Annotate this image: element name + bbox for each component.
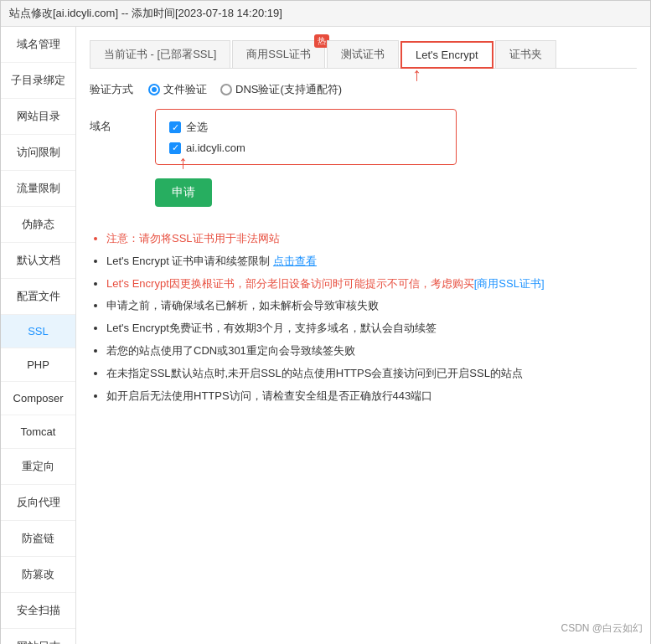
sidebar-item-6[interactable]: 默认文档	[1, 243, 75, 279]
domain-box: ✓ 全选 ✓ ai.idcyli.com	[155, 109, 457, 165]
notes-list: 注意：请勿将SSL证书用于非法网站Let's Encrypt 证书申请和续签限制…	[90, 230, 637, 404]
radio-file-verify[interactable]: 文件验证	[148, 82, 207, 97]
tabs-bar: 当前证书 - [已部署SSL]商用SSL证书热测试证书Let's Encrypt…	[90, 40, 637, 69]
sidebar-item-0[interactable]: 域名管理	[1, 27, 75, 63]
arrow-to-tab-icon: ↑	[412, 65, 421, 84]
tab-4[interactable]: 证书夹	[495, 40, 556, 68]
sidebar-item-8[interactable]: SSL	[1, 315, 75, 348]
sidebar-item-11[interactable]: Tomcat	[1, 415, 75, 449]
domain-label: 域名	[90, 109, 148, 134]
tab-0[interactable]: 当前证书 - [已部署SSL]	[90, 40, 230, 68]
note-item-5: 若您的站点使用了CDN或301重定向会导致续签失败	[106, 343, 637, 360]
sidebar-item-2[interactable]: 网站目录	[1, 99, 75, 135]
radio-dot-file	[148, 84, 160, 95]
sidebar-item-4[interactable]: 流量限制	[1, 171, 75, 207]
sidebar-item-16[interactable]: 安全扫描	[1, 593, 75, 629]
select-all-checkbox[interactable]: ✓	[169, 121, 181, 133]
sidebar-item-3[interactable]: 访问限制	[1, 135, 75, 171]
radio-dns-verify[interactable]: DNS验证(支持通配符)	[220, 82, 342, 97]
verify-radio-group: 文件验证 DNS验证(支持通配符)	[148, 82, 342, 97]
domain-select-all-row: ✓ 全选	[169, 120, 442, 135]
note-item-1: Let's Encrypt 证书申请和续签限制 点击查看	[106, 253, 637, 270]
note-item-6: 在未指定SSL默认站点时,未开启SSL的站点使用HTTPS会直接访问到已开启SS…	[106, 365, 637, 383]
verify-row: 验证方式 文件验证 DNS验证(支持通配符)	[90, 82, 637, 97]
note-item-0: 注意：请勿将SSL证书用于非法网站	[106, 230, 637, 248]
select-all-label: 全选	[186, 120, 208, 135]
submit-button[interactable]: 申请	[155, 178, 212, 207]
main-window: 站点修改[ai.idcyli.com] -- 添加时间[2023-07-18 1…	[0, 0, 651, 644]
sidebar-item-14[interactable]: 防盗链	[1, 521, 75, 557]
sidebar-item-5[interactable]: 伪静态	[1, 207, 75, 243]
radio-dot-dns	[220, 84, 232, 95]
sidebar-item-7[interactable]: 配置文件	[1, 279, 75, 315]
note-item-3: 申请之前，请确保域名已解析，如未解析会导致审核失败	[106, 297, 637, 315]
sidebar: 域名管理子目录绑定网站目录访问限制流量限制伪静态默认文档配置文件SSLPHPCo…	[1, 27, 76, 644]
sidebar-item-17[interactable]: 网站日志	[1, 629, 75, 644]
verify-label: 验证方式	[90, 82, 148, 97]
sidebar-item-13[interactable]: 反向代理	[1, 485, 75, 521]
sidebar-item-9[interactable]: PHP	[1, 348, 75, 382]
note-item-2: Let's Encrypt因更换根证书，部分老旧设备访问时可能提示不可信，考虑购…	[106, 276, 637, 293]
domain-section: 域名 ✓ 全选 ✓ ai.idcyli.com	[90, 109, 637, 178]
submit-section: 申请 ↑	[155, 178, 637, 220]
tab-2[interactable]: 测试证书	[327, 40, 399, 68]
title-bar: 站点修改[ai.idcyli.com] -- 添加时间[2023-07-18 1…	[1, 1, 650, 27]
main-layout: 域名管理子目录绑定网站目录访问限制流量限制伪静态默认文档配置文件SSLPHPCo…	[1, 27, 650, 644]
sidebar-item-1[interactable]: 子目录绑定	[1, 63, 75, 99]
sidebar-item-15[interactable]: 防篡改	[1, 557, 75, 593]
arrow-up-icon: ↑	[178, 152, 188, 173]
tab-1[interactable]: 商用SSL证书热	[232, 40, 325, 68]
domain-item-label: ai.idcyli.com	[186, 142, 245, 154]
radio-dns-label: DNS验证(支持通配符)	[235, 82, 342, 97]
sidebar-item-10[interactable]: Composer	[1, 382, 75, 415]
note-item-4: Let's Encrypt免费证书，有效期3个月，支持多域名，默认会自动续签	[106, 320, 637, 337]
sidebar-item-12[interactable]: 重定向	[1, 449, 75, 485]
note-item-7: 如开启后无法使用HTTPS访问，请检查安全组是否正确放行443端口	[106, 388, 637, 405]
domain-item-row: ✓ ai.idcyli.com	[169, 142, 442, 154]
content-area: 当前证书 - [已部署SSL]商用SSL证书热测试证书Let's Encrypt…	[76, 27, 650, 644]
watermark: CSDN @白云如幻	[561, 621, 643, 636]
radio-file-label: 文件验证	[163, 82, 207, 97]
title-text: 站点修改[ai.idcyli.com] -- 添加时间[2023-07-18 1…	[9, 7, 282, 19]
